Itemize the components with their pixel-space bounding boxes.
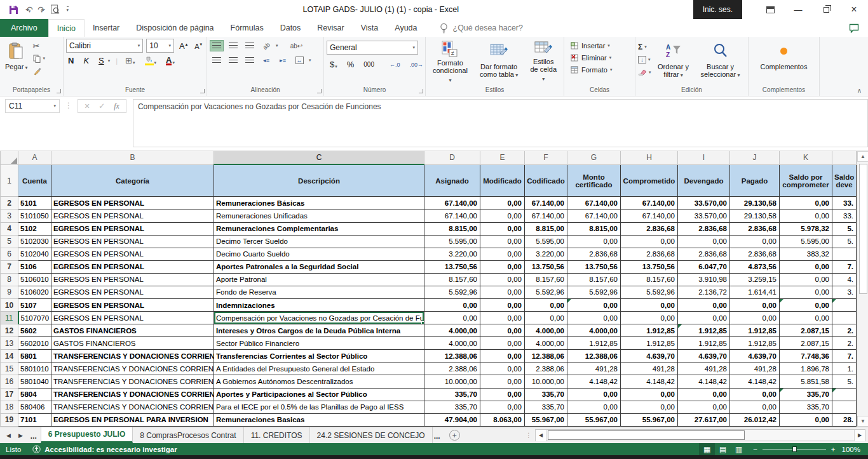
cell-F16[interactable]: 10.000,00 [525, 375, 567, 388]
cell-H15[interactable]: 491,28 [621, 363, 678, 375]
cell-E17[interactable]: 0,00 [480, 388, 525, 401]
sort-filter-button[interactable]: AZ Ordenar y filtrar [653, 39, 695, 84]
cell-J3[interactable]: 29.130,58 [730, 210, 780, 222]
align-right-button[interactable] [243, 55, 257, 66]
cell-G3[interactable]: 67.140,00 [567, 210, 621, 222]
cell-D18[interactable]: 335,70 [424, 401, 480, 413]
cell-A3[interactable]: 5101050 [18, 210, 51, 222]
cell-G11[interactable]: 0,00 [567, 312, 621, 324]
normal-view-icon[interactable]: ▦ [699, 443, 715, 455]
zoom-out-icon[interactable]: − [753, 446, 757, 453]
cell-K15[interactable]: 1.896,78 [780, 363, 832, 375]
cell-L2[interactable]: 33. [832, 197, 857, 210]
cell-B10[interactable]: EGRESOS EN PERSONAL [51, 299, 214, 312]
tab-insertar[interactable]: Insertar [85, 19, 128, 37]
tab-ayuda[interactable]: Ayuda [386, 19, 425, 37]
header-cell-F1[interactable]: Codificado [525, 164, 567, 197]
row-header-8[interactable]: 8 [1, 273, 18, 286]
column-header-J[interactable]: J [730, 151, 780, 164]
grow-font-button[interactable]: A▴ [177, 41, 189, 51]
cell-I15[interactable]: 491,28 [678, 363, 730, 375]
cell-B5[interactable]: EGRESOS EN PERSONAL [51, 235, 214, 248]
cell-C7[interactable]: Aportes Patronales a la Seguridad Social [214, 260, 424, 273]
row-header-11[interactable]: 11 [1, 312, 18, 324]
align-left-button[interactable] [210, 55, 224, 66]
cell-I5[interactable]: 0,00 [678, 235, 730, 248]
cell-D6[interactable]: 3.220,00 [424, 248, 480, 260]
cell-C4[interactable]: Remuneraciones Complementarias [214, 222, 424, 235]
scroll-right-icon[interactable]: ▶ [854, 430, 865, 441]
redo-button[interactable]: ↷▾ [37, 5, 43, 15]
cell-K11[interactable]: 0,00 [780, 312, 832, 324]
cell-K10[interactable]: 0,00 [780, 299, 832, 312]
tab-disposicion[interactable]: Disposición de página [128, 19, 222, 37]
cell-H18[interactable]: 0,00 [621, 401, 678, 413]
cell-F14[interactable]: 12.388,06 [525, 350, 567, 363]
cell-I13[interactable]: 1.912,85 [678, 337, 730, 350]
cell-J19[interactable]: 26.012,42 [730, 413, 780, 426]
header-cell-K1[interactable]: Saldo por comprometer [780, 164, 832, 197]
row-header-2[interactable]: 2 [1, 197, 18, 210]
cell-K2[interactable]: 0,00 [780, 197, 832, 210]
accessibility-status[interactable]: Accesibilidad: es necesario investigar [27, 445, 182, 453]
cell-G8[interactable]: 8.157,60 [567, 273, 621, 286]
tab-formulas[interactable]: Fórmulas [222, 19, 272, 37]
cell-F18[interactable]: 335,70 [525, 401, 567, 413]
cell-D15[interactable]: 2.388,06 [424, 363, 480, 375]
header-cell-H1[interactable]: Comprometido [621, 164, 678, 197]
column-header-G[interactable]: G [567, 151, 621, 164]
cell-A5[interactable]: 5102030 [18, 235, 51, 248]
cell-A2[interactable]: 5101 [18, 197, 51, 210]
row-header-9[interactable]: 9 [1, 286, 18, 298]
cell-E13[interactable]: 0,00 [480, 337, 525, 350]
conditional-formatting-button[interactable]: ≠ Formato condicional [428, 39, 472, 84]
cell-K8[interactable]: 0,00 [780, 273, 832, 286]
cell-H11[interactable]: 0,00 [621, 312, 678, 324]
cell-F13[interactable]: 4.000,00 [525, 337, 567, 350]
tab-inicio[interactable]: Inicio [48, 19, 85, 37]
cell-C2[interactable]: Remuneraciones Básicas [214, 197, 424, 210]
cell-A12[interactable]: 5602 [18, 324, 51, 337]
column-header-I[interactable]: I [678, 151, 730, 164]
cell-E15[interactable]: 0,00 [480, 363, 525, 375]
cell-C16[interactable]: A Gobiernos Autónomos Descentralizados [214, 375, 424, 388]
cell-E2[interactable]: 0,00 [480, 197, 525, 210]
cell-L18[interactable] [832, 401, 857, 413]
minimize-button[interactable]: — [784, 0, 812, 19]
cell-H10[interactable]: 0,00 [621, 299, 678, 312]
tab-revisar[interactable]: Revisar [309, 19, 352, 37]
increase-indent-icon[interactable]: ▸≡ [276, 55, 290, 66]
cell-F19[interactable]: 55.967,00 [525, 413, 567, 426]
format-cells-button[interactable]: Formato▾ [569, 65, 613, 75]
sign-in-button[interactable]: Inic. ses. [693, 0, 742, 19]
cell-E14[interactable]: 0,00 [480, 350, 525, 363]
cell-I8[interactable]: 3.910,98 [678, 273, 730, 286]
enter-icon[interactable]: ✓ [98, 102, 105, 110]
cell-A7[interactable]: 5106 [18, 260, 51, 273]
cell-B8[interactable]: EGRESOS EN PERSONAL [51, 273, 214, 286]
cell-F2[interactable]: 67.140,00 [525, 197, 567, 210]
dialog-launcher-icon[interactable] [419, 89, 423, 93]
row-header-18[interactable]: 18 [1, 401, 18, 413]
underline-button[interactable]: S [97, 55, 106, 66]
cell-B15[interactable]: TRANSFERENCIAS Y DONACIONES CORRIENTES [51, 363, 214, 375]
cell-B12[interactable]: GASTOS FINANCIEROS [51, 324, 214, 337]
align-bottom-button[interactable] [243, 40, 257, 51]
cell-F6[interactable]: 3.220,00 [525, 248, 567, 260]
cell-F5[interactable]: 5.595,00 [525, 235, 567, 248]
comma-format-icon[interactable]: 000 [362, 60, 376, 69]
cell-B14[interactable]: TRANSFERENCIAS Y DONACIONES CORRIENTES [51, 350, 214, 363]
column-header-D[interactable]: D [424, 151, 480, 164]
cell-J16[interactable]: 4.148,42 [730, 375, 780, 388]
column-header-E[interactable]: E [480, 151, 525, 164]
find-select-button[interactable]: Buscar y seleccionar [696, 39, 745, 84]
cell-B13[interactable]: GASTOS FINANCIEROS [51, 337, 214, 350]
cell-K14[interactable]: 7.748,36 [780, 350, 832, 363]
cell-H5[interactable]: 0,00 [621, 235, 678, 248]
format-painter-button[interactable] [32, 66, 47, 76]
cell-F8[interactable]: 8.157,60 [525, 273, 567, 286]
cell-A15[interactable]: 5801010 [18, 363, 51, 375]
ribbon-display-options-icon[interactable] [756, 0, 784, 19]
column-header-A[interactable]: A [18, 151, 51, 164]
cell-F17[interactable]: 335,70 [525, 388, 567, 401]
